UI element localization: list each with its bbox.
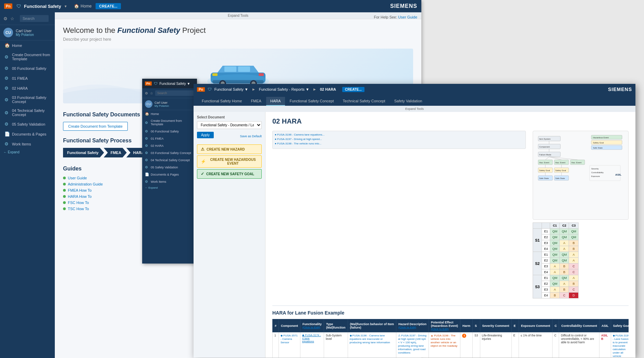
matrix-cell[interactable]: B bbox=[559, 269, 569, 275]
matrix-cell[interactable]: QM bbox=[569, 234, 579, 240]
fw-app-title: Functional Safety ▼ bbox=[214, 87, 248, 91]
hara-cell-hazard[interactable]: ⚠ FUSA-3197 - Driving at high speed (100… bbox=[396, 332, 429, 358]
back-dropdown-arrow[interactable]: ▼ bbox=[64, 4, 67, 8]
matrix-cell[interactable]: QM bbox=[550, 275, 560, 281]
back-sidebar-expand[interactable]: ← Expand bbox=[0, 149, 55, 155]
mid-item-home[interactable]: 🏠 Home bbox=[142, 110, 197, 117]
matrix-cell[interactable]: C bbox=[569, 287, 579, 293]
fw-tab-sv[interactable]: Safety Validation bbox=[390, 97, 426, 106]
back-help-link[interactable]: User Guide bbox=[398, 15, 417, 19]
matrix-cell[interactable]: C bbox=[559, 293, 569, 298]
svg-text:Haz. Event: Haz. Event bbox=[555, 162, 566, 164]
matrix-cell[interactable]: A bbox=[550, 264, 560, 269]
sidebar-item-docs[interactable]: 📄 Documents & Pages bbox=[0, 129, 55, 139]
fw-right-area: Hazardous Event Safety Goal Safe State I… bbox=[533, 131, 629, 298]
fw-asil-matrix: C1 C2 C3 S1 E1 QM bbox=[533, 222, 629, 298]
sidebar-item-03-fsc[interactable]: ⚙ 03 Functional Safety Concept bbox=[0, 93, 55, 106]
back-create-doc-button[interactable]: Create Document from Template bbox=[63, 122, 128, 131]
mid-item-01[interactable]: ⚙ 01 FMEA bbox=[142, 135, 197, 142]
matrix-cell[interactable]: A bbox=[559, 246, 569, 252]
mid-expand[interactable]: ← Expand bbox=[142, 185, 197, 190]
mid-item-05[interactable]: ⚙ 05 Safety Validation bbox=[142, 164, 197, 171]
mid-02-icon: ⚙ bbox=[145, 144, 149, 148]
back-home-label[interactable]: Home bbox=[80, 4, 91, 9]
fw-save-default[interactable]: Save as Default bbox=[240, 135, 262, 138]
mid-star-icon[interactable]: ☆ bbox=[150, 91, 153, 95]
matrix-cell[interactable]: B bbox=[550, 293, 560, 298]
mid-settings-icon[interactable]: ⚙ bbox=[145, 91, 148, 95]
fw-apply-button[interactable]: Apply bbox=[197, 132, 214, 138]
matrix-cell[interactable]: QM bbox=[550, 246, 560, 252]
matrix-cell[interactable]: QM bbox=[559, 275, 569, 281]
matrix-cell[interactable]: A bbox=[550, 287, 560, 293]
fw-expand-toolbar[interactable]: Expand Tools bbox=[194, 106, 635, 112]
sidebar-item-create-doc[interactable]: ⚙ Create Document from Template bbox=[0, 50, 55, 63]
matrix-cell[interactable]: B bbox=[559, 287, 569, 293]
mid-item-work[interactable]: ⚙ Work Items bbox=[142, 178, 197, 185]
matrix-cell[interactable]: A bbox=[569, 275, 579, 281]
mid-item-create[interactable]: ⚙ Create Document from Template bbox=[142, 117, 197, 128]
matrix-cell[interactable]: QM bbox=[559, 252, 569, 258]
mid-search-input[interactable] bbox=[155, 90, 194, 96]
sidebar-item-00-functional[interactable]: ⚙ 00 Functional Safety bbox=[0, 63, 55, 73]
mid-item-02[interactable]: ⚙ 02 HARA bbox=[142, 142, 197, 149]
hara-th-component: Component bbox=[279, 319, 300, 332]
process-step-fmea[interactable]: FMEA bbox=[104, 148, 127, 157]
fw-document-select[interactable]: Functional Safety - Documents / Lane Fus… bbox=[197, 121, 262, 129]
matrix-cell[interactable]: QM bbox=[569, 229, 579, 234]
hara-cell-functionality[interactable]: ◆ FUSA-3174 - 4 lane equations bbox=[300, 332, 324, 358]
matrix-cell[interactable]: C bbox=[569, 269, 579, 275]
back-settings-icon[interactable]: ⚙ bbox=[3, 16, 8, 21]
matrix-cell[interactable]: QM bbox=[559, 258, 569, 264]
matrix-cell[interactable]: QM bbox=[559, 234, 569, 240]
back-expand-toolbar[interactable]: Expand Tools bbox=[55, 12, 421, 19]
mid-item-04[interactable]: ⚙ 04 Technical Safety Concept bbox=[142, 156, 197, 164]
sidebar-item-05-sv[interactable]: ⚙ 05 Safety Validation bbox=[0, 119, 55, 129]
sidebar-item-work[interactable]: ⚙ Work Items bbox=[0, 139, 55, 149]
matrix-cell[interactable]: B bbox=[569, 246, 579, 252]
matrix-cell[interactable]: D bbox=[569, 293, 579, 298]
matrix-cell[interactable]: QM bbox=[550, 258, 560, 264]
matrix-cell[interactable]: QM bbox=[550, 252, 560, 258]
matrix-cell[interactable]: C bbox=[569, 264, 579, 269]
process-step-fs[interactable]: Functional Safety bbox=[63, 148, 104, 157]
sidebar-item-home[interactable]: 🏠 Home bbox=[0, 40, 55, 50]
matrix-cell[interactable]: B bbox=[559, 264, 569, 269]
matrix-cell[interactable]: A bbox=[550, 269, 560, 275]
matrix-th-c2: C2 bbox=[559, 223, 569, 229]
sidebar-item-02-hara[interactable]: ⚙ 02 HARA bbox=[0, 83, 55, 93]
back-search-input[interactable] bbox=[20, 15, 49, 22]
fw-tab-fsc[interactable]: Functional Safety Concept bbox=[286, 97, 338, 106]
matrix-cell[interactable]: A bbox=[559, 240, 569, 246]
fw-tab-fmea[interactable]: FMEA bbox=[247, 97, 265, 106]
hara-cell-effect[interactable]: ▲ FUSA-3198 - The vehicle runs into anot… bbox=[429, 332, 460, 358]
matrix-cell[interactable]: QM bbox=[550, 234, 560, 240]
matrix-cell[interactable]: A bbox=[569, 252, 579, 258]
sidebar-item-01-fmea[interactable]: ⚙ 01 FMEA bbox=[0, 73, 55, 83]
fw-create-button[interactable]: CREATE... bbox=[342, 87, 364, 92]
matrix-cell[interactable]: QM bbox=[550, 240, 560, 246]
back-star-icon[interactable]: ☆ bbox=[10, 16, 14, 21]
back-home-nav[interactable]: 🏠 Home bbox=[74, 4, 91, 9]
sidebar-item-04-tsc[interactable]: ⚙ 04 Technical Safety Concept bbox=[0, 106, 55, 119]
mid-item-03[interactable]: ⚙ 03 Functional Safety Concept bbox=[142, 149, 197, 156]
matrix-th-s bbox=[533, 223, 542, 229]
fw-create-hazardous-button[interactable]: ⚡ CREATE NEW HAZARDOUS EVENT bbox=[197, 155, 262, 168]
fw-create-safety-button[interactable]: ✓ CREATE NEW SAFETY GOAL bbox=[197, 169, 262, 179]
matrix-cell[interactable]: A bbox=[559, 281, 569, 287]
back-create-button[interactable]: CREATE... bbox=[96, 3, 121, 9]
fw-reports-breadcrumb[interactable]: Functional Safety - Reports ▼ bbox=[259, 87, 309, 91]
matrix-cell[interactable]: QM bbox=[550, 229, 560, 234]
matrix-cell[interactable]: QM bbox=[550, 281, 560, 287]
fw-tab-tsc[interactable]: Technical Safety Concept bbox=[339, 97, 389, 106]
matrix-cell[interactable]: B bbox=[569, 281, 579, 287]
fw-tab-home[interactable]: Functional Safety Home bbox=[198, 97, 246, 106]
mid-item-docs[interactable]: 📄 Documents & Pages bbox=[142, 171, 197, 178]
matrix-cell[interactable]: QM bbox=[559, 229, 569, 234]
fw-tab-hara[interactable]: HARA bbox=[266, 97, 285, 106]
matrix-cell[interactable]: B bbox=[569, 240, 579, 246]
matrix-cell[interactable]: A bbox=[569, 258, 579, 264]
hara-cell-sg[interactable]: ◆ FUSA-3199 - Lane fusion is to prevent … bbox=[611, 332, 629, 358]
fw-create-hazard-button[interactable]: ⚠ CREATE NEW HAZARD bbox=[197, 144, 262, 154]
mid-item-00[interactable]: ⚙ 00 Functional Safety bbox=[142, 128, 197, 135]
